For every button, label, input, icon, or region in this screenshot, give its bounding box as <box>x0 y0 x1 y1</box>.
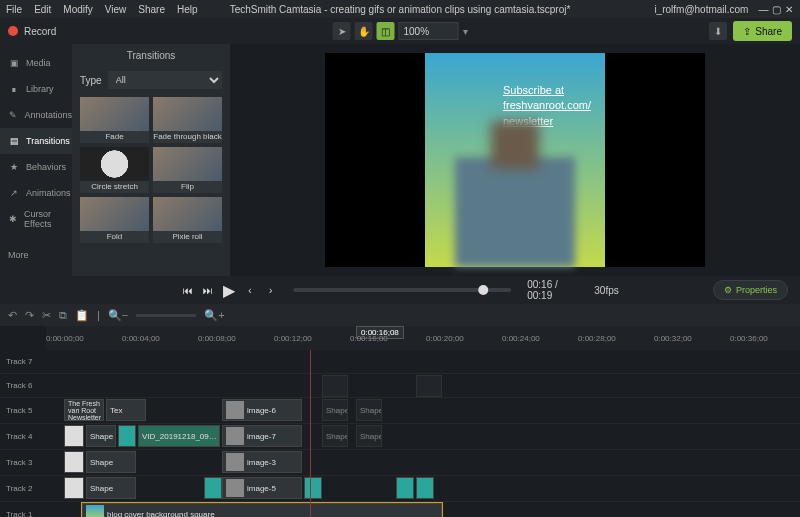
close-icon[interactable]: ✕ <box>784 4 794 15</box>
scrub-bar[interactable] <box>293 288 511 292</box>
clip-teal[interactable] <box>396 477 414 499</box>
maximize-icon[interactable]: ▢ <box>771 4 781 15</box>
clip-ghost[interactable]: Shape <box>322 399 348 421</box>
menu-modify[interactable]: Modify <box>63 4 92 15</box>
sidebar-item-cursor-effects[interactable]: ✱Cursor Effects <box>0 206 72 232</box>
scrub-handle[interactable] <box>478 285 488 295</box>
preview-canvas[interactable]: Subscribe at freshvanroot.com/ newslette… <box>325 53 705 267</box>
clip-blog-cover[interactable]: blog cover background square <box>82 503 442 517</box>
clip-shape[interactable]: Shape <box>86 451 136 473</box>
sidebar-item-transitions[interactable]: ▤Transitions <box>0 128 72 154</box>
thumbnail-image <box>80 147 149 181</box>
preview-area: Subscribe at freshvanroot.com/ newslette… <box>230 44 800 276</box>
prev-frame-icon[interactable]: ⏮ <box>181 283 194 297</box>
clip-ghost[interactable]: Shape <box>356 399 382 421</box>
animations-icon: ↗ <box>8 187 20 199</box>
clip-image5[interactable]: image-5 <box>222 477 302 499</box>
ruler-tick: 0:00:16;00 <box>350 334 388 343</box>
clip-tex[interactable]: Tex <box>106 399 146 421</box>
clip-teal[interactable] <box>416 477 434 499</box>
crop-tool-icon[interactable]: ◫ <box>377 22 395 40</box>
clip-image6[interactable]: image-6 <box>222 399 302 421</box>
download-icon[interactable]: ⬇ <box>709 22 727 40</box>
transition-fade[interactable]: Fade <box>80 97 149 143</box>
properties-button[interactable]: ⚙ Properties <box>713 280 788 300</box>
menu-edit[interactable]: Edit <box>34 4 51 15</box>
behaviors-icon: ★ <box>8 161 20 173</box>
redo-icon[interactable]: ↷ <box>25 309 34 322</box>
thumbnail-image <box>153 197 222 231</box>
clip-ghost[interactable] <box>322 375 348 397</box>
library-icon: ∎ <box>8 83 20 95</box>
clip-white[interactable] <box>64 425 84 447</box>
clip-image3[interactable]: image-3 <box>222 451 302 473</box>
type-select[interactable]: All <box>108 71 222 89</box>
sidebar-item-library[interactable]: ∎Library <box>0 76 72 102</box>
copy-icon[interactable]: ⧉ <box>59 309 67 322</box>
clip-teal[interactable] <box>204 477 222 499</box>
playback-time: 00:16 / 00:19 <box>527 279 580 301</box>
play-icon[interactable]: ▶ <box>223 283 236 297</box>
menu-share[interactable]: Share <box>138 4 165 15</box>
clip-ghost[interactable]: Shape <box>356 425 382 447</box>
sidebar-item-media[interactable]: ▣Media <box>0 50 72 76</box>
transitions-icon: ▤ <box>8 135 20 147</box>
next-frame-icon[interactable]: ⏭ <box>202 283 215 297</box>
window-title: TechSmith Camtasia - creating gifs or an… <box>230 4 571 15</box>
transition-fade-through-black[interactable]: Fade through black <box>153 97 222 143</box>
clip-ghost[interactable]: Shape <box>322 425 348 447</box>
sidebar-item-more[interactable]: More <box>0 242 72 268</box>
top-toolbar: Record ➤ ✋ ◫ ▾ ⬇ ⇪ Share <box>0 18 800 44</box>
zoom-out-icon[interactable]: 🔍− <box>108 309 128 322</box>
ruler-tick: 0:00:24;00 <box>502 334 540 343</box>
menu-help[interactable]: Help <box>177 4 198 15</box>
menu-view[interactable]: View <box>105 4 127 15</box>
sidebar-item-annotations[interactable]: ✎Annotations <box>0 102 72 128</box>
transition-fold[interactable]: Fold <box>80 197 149 243</box>
clip-shape[interactable]: Shape <box>86 425 116 447</box>
ruler-tick: 0:00:36;00 <box>730 334 768 343</box>
clip-teal[interactable] <box>118 425 136 447</box>
share-button[interactable]: ⇪ Share <box>733 21 792 41</box>
menu-file[interactable]: File <box>6 4 22 15</box>
transition-circle-stretch[interactable]: Circle stretch <box>80 147 149 193</box>
track-label: Track 5 <box>0 406 46 415</box>
thumbnail-label: Circle stretch <box>80 181 149 193</box>
clip-shape[interactable]: Shape <box>86 477 136 499</box>
menubar: File Edit Modify View Share Help TechSmi… <box>0 0 800 18</box>
clip-teal[interactable] <box>304 477 322 499</box>
track-label: Track 3 <box>0 458 46 467</box>
user-email[interactable]: i_rolfm@hotmail.com <box>654 4 748 15</box>
record-button[interactable]: Record <box>24 26 56 37</box>
properties-label: Properties <box>736 285 777 295</box>
transition-pixie-roll[interactable]: Pixie roll <box>153 197 222 243</box>
video-frame: Subscribe at freshvanroot.com/ newslette… <box>425 53 605 267</box>
undo-icon[interactable]: ↶ <box>8 309 17 322</box>
clip-vid[interactable]: VID_20191218_09… <box>138 425 220 447</box>
minimize-icon[interactable]: — <box>758 4 768 15</box>
thumbnail-label: Fold <box>80 231 149 243</box>
split-icon[interactable]: | <box>97 309 100 321</box>
clip-white[interactable] <box>64 477 84 499</box>
transition-flip[interactable]: Flip <box>153 147 222 193</box>
timeline-zoom-slider[interactable] <box>136 314 196 317</box>
clip-white[interactable] <box>64 451 84 473</box>
timeline-ruler[interactable]: 0:00:16;08 0:00:00;00 0:00:04;00 0:00:08… <box>46 326 800 350</box>
zoom-dropdown-icon[interactable]: ▾ <box>463 26 468 37</box>
cut-icon[interactable]: ✂ <box>42 309 51 322</box>
playhead[interactable] <box>310 350 311 517</box>
sidebar-item-behaviors[interactable]: ★Behaviors <box>0 154 72 180</box>
track-2: Track 2 Shape image-5 <box>0 476 800 502</box>
clip-ghost[interactable] <box>416 375 442 397</box>
clip-fresh-newsletter[interactable]: The Fresh van Root Newsletter <box>64 399 104 421</box>
canvas-zoom-input[interactable] <box>399 22 459 40</box>
hand-tool-icon[interactable]: ✋ <box>355 22 373 40</box>
step-back-icon[interactable]: ‹ <box>243 283 256 297</box>
paste-icon[interactable]: 📋 <box>75 309 89 322</box>
sidebar-item-animations[interactable]: ↗Animations <box>0 180 72 206</box>
step-forward-icon[interactable]: › <box>264 283 277 297</box>
track-label: Track 4 <box>0 432 46 441</box>
pointer-tool-icon[interactable]: ➤ <box>333 22 351 40</box>
clip-image7[interactable]: image-7 <box>222 425 302 447</box>
zoom-in-icon[interactable]: 🔍+ <box>204 309 224 322</box>
